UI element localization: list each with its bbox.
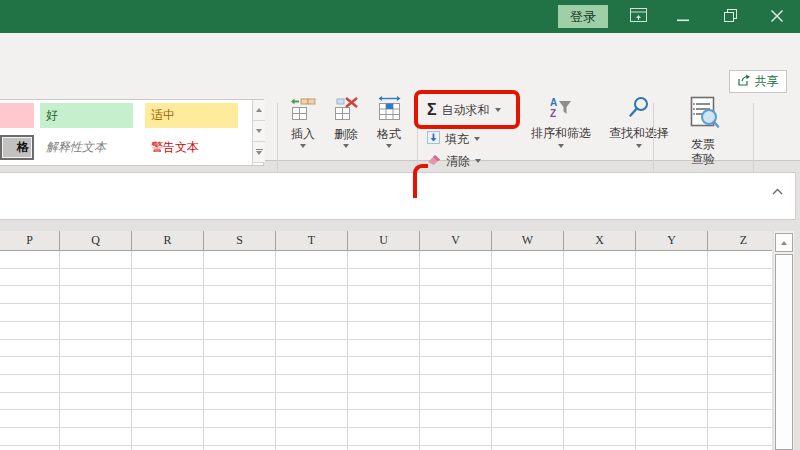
sigma-icon: Σ — [427, 102, 437, 118]
scroll-up-button[interactable] — [775, 233, 793, 252]
column-header-T[interactable]: T — [276, 231, 348, 251]
invoice-check-label-line1: 发票 — [691, 137, 715, 152]
clear-label: 清除 — [446, 153, 470, 170]
style-good[interactable]: 好 — [40, 103, 133, 128]
chevron-down-icon — [386, 144, 392, 148]
chevron-down-icon — [636, 144, 642, 148]
svg-text:Z: Z — [550, 108, 556, 119]
chevron-down-icon — [343, 144, 349, 148]
close-button[interactable] — [762, 0, 792, 33]
format-cells-button[interactable]: 格式 — [369, 95, 409, 148]
chevron-down-icon — [475, 159, 481, 163]
scrollbar-thumb[interactable] — [775, 254, 793, 450]
gallery-scroll-up-button[interactable] — [253, 100, 265, 121]
style-warning-text[interactable]: 警告文本 — [145, 135, 238, 160]
vertical-scrollbar[interactable] — [774, 231, 794, 450]
fill-button[interactable]: 填充 — [427, 131, 480, 147]
collapse-formula-bar-icon — [772, 181, 783, 198]
column-header-U[interactable]: U — [348, 231, 420, 251]
column-header-R[interactable]: R — [132, 231, 204, 251]
format-cell-icon — [376, 95, 403, 125]
gallery-more-button[interactable] — [253, 142, 265, 163]
restore-icon — [724, 8, 737, 26]
share-label: 共享 — [755, 73, 779, 90]
title-bar: 登录 — [0, 0, 800, 33]
style-check-cell-partial[interactable]: 格 — [0, 135, 34, 160]
clear-button[interactable]: 清除 — [427, 153, 481, 169]
fill-down-icon — [427, 131, 440, 147]
formula-bar[interactable] — [0, 172, 796, 220]
share-icon — [738, 74, 751, 89]
share-button[interactable]: 共享 — [729, 70, 787, 93]
column-header-row: PQRSTUVWXYZ — [0, 231, 772, 251]
ribbon-display-options-icon — [630, 8, 647, 26]
column-header-X[interactable]: X — [564, 231, 636, 251]
minimize-button[interactable] — [668, 0, 698, 33]
restore-button[interactable] — [715, 0, 745, 33]
triangle-down-icon — [256, 129, 262, 133]
column-header-P[interactable]: P — [0, 231, 60, 251]
chevron-down-icon — [495, 108, 501, 112]
svg-text:A: A — [550, 97, 557, 108]
sort-filter-label: 排序和筛选 — [531, 126, 591, 141]
minimize-icon — [677, 8, 689, 26]
invoice-check-icon — [685, 95, 721, 134]
chevron-down-icon — [558, 144, 564, 148]
magnifier-icon — [627, 96, 651, 123]
ribbon-display-options-button[interactable] — [623, 0, 653, 33]
invoice-check-label-line2: 查验 — [691, 152, 715, 167]
style-explanatory-text[interactable]: 解释性文本 — [40, 135, 140, 160]
column-header-Z[interactable]: Z — [708, 231, 772, 251]
column-header-Y[interactable]: Y — [636, 231, 708, 251]
triangle-up-icon — [256, 108, 262, 112]
triangle-up-icon — [781, 241, 787, 245]
column-header-Q[interactable]: Q — [60, 231, 132, 251]
delete-cells-icon — [333, 95, 360, 125]
insert-label: 插入 — [291, 127, 315, 142]
sort-filter-button[interactable]: A Z 排序和筛选 — [523, 96, 599, 148]
close-icon — [771, 8, 783, 26]
style-neutral[interactable]: 适中 — [145, 103, 238, 128]
insert-cells-button[interactable]: 插入 — [283, 95, 323, 148]
eraser-icon — [427, 153, 441, 169]
gallery-scroll-down-button[interactable] — [253, 121, 265, 142]
column-header-W[interactable]: W — [492, 231, 564, 251]
triangle-down-icon — [256, 151, 262, 155]
ribbon: 共享 好 适中 格 解释性文本 警告文本 — [0, 33, 800, 161]
insert-cells-icon — [290, 95, 317, 125]
column-header-S[interactable]: S — [204, 231, 276, 251]
sign-in-button[interactable]: 登录 — [558, 5, 608, 28]
collapse-formula-bar-button[interactable] — [772, 181, 783, 199]
excel-window: 登录 共享 好 适中 格 解释性文本 — [0, 0, 800, 450]
delete-cells-button[interactable]: 删除 — [326, 95, 366, 148]
invoice-check-button[interactable]: 发票 查验 — [662, 95, 744, 167]
style-bad-partial[interactable] — [0, 103, 34, 128]
chevron-down-icon — [474, 137, 480, 141]
cell-styles-gallery: 好 适中 格 解释性文本 警告文本 — [0, 99, 264, 166]
sort-filter-icon: A Z — [549, 96, 573, 123]
spreadsheet-grid[interactable] — [0, 251, 772, 450]
find-select-label: 查找和选择 — [609, 126, 669, 141]
column-header-V[interactable]: V — [420, 231, 492, 251]
autosum-button[interactable]: Σ 自动求和 — [427, 98, 501, 122]
more-styles-icon — [256, 149, 263, 151]
format-label: 格式 — [377, 127, 401, 142]
autosum-label: 自动求和 — [442, 102, 490, 119]
gallery-scroll — [252, 100, 264, 165]
fill-label: 填充 — [445, 131, 469, 148]
chevron-down-icon — [300, 144, 306, 148]
delete-label: 删除 — [334, 127, 358, 142]
